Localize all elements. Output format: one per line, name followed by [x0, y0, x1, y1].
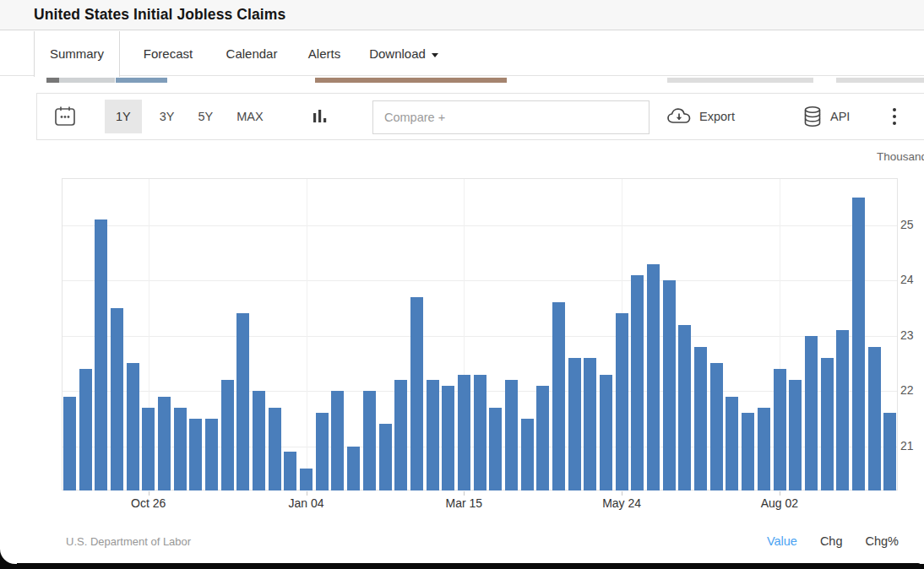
bar[interactable] [63, 397, 76, 490]
bar[interactable] [269, 408, 281, 490]
range-3y[interactable]: 3Y [149, 100, 186, 133]
database-icon [802, 105, 823, 128]
column-chart-icon [312, 107, 329, 126]
bar[interactable] [868, 347, 881, 490]
calendar-button[interactable] [53, 94, 77, 139]
bar[interactable] [883, 413, 896, 490]
bar[interactable] [774, 369, 786, 490]
x-axis-label: May 24 [592, 496, 651, 510]
tab-download[interactable]: Download [365, 31, 443, 76]
tab-alerts[interactable]: Alerts [301, 31, 348, 76]
x-axis-tick [464, 491, 465, 496]
bar[interactable] [758, 408, 770, 490]
compare-input[interactable] [372, 100, 650, 134]
preview-sliver [667, 78, 813, 83]
x-axis-tick [622, 491, 622, 496]
chart-type-button[interactable] [312, 94, 329, 139]
bar[interactable] [442, 386, 454, 490]
bar[interactable] [616, 313, 628, 490]
calendar-icon [53, 105, 77, 128]
bar[interactable] [742, 413, 754, 490]
x-axis-tick [307, 491, 307, 496]
bar[interactable] [253, 391, 265, 490]
page: United States Initial Jobless Claims Sum… [0, 0, 924, 569]
api-button[interactable]: API [802, 94, 850, 139]
bar[interactable] [852, 198, 865, 490]
x-axis-label: Mar 15 [434, 496, 493, 510]
bar[interactable] [379, 424, 392, 490]
preview-sliver [315, 78, 507, 83]
footer-link-value[interactable]: Value [767, 534, 797, 548]
bar[interactable] [79, 369, 92, 490]
bar[interactable] [505, 380, 518, 490]
bar[interactable] [205, 419, 218, 490]
more-options-button[interactable] [892, 94, 897, 139]
bar[interactable] [221, 380, 234, 490]
y-axis-label: 23 [900, 328, 924, 342]
y-axis-label: 24 [900, 273, 924, 286]
bar[interactable] [394, 380, 407, 490]
bar[interactable] [300, 469, 313, 490]
bar[interactable] [331, 391, 344, 490]
header: United States Initial Jobless Claims [0, 0, 924, 30]
preview-sliver [116, 78, 167, 83]
bar[interactable] [694, 347, 707, 490]
range-1y[interactable]: 1Y [105, 100, 142, 133]
bar[interactable] [789, 380, 802, 490]
bar[interactable] [363, 391, 376, 490]
bar[interactable] [584, 358, 596, 490]
bar[interactable] [521, 419, 534, 490]
bar[interactable] [284, 452, 296, 490]
bar[interactable] [189, 419, 202, 490]
bar[interactable] [805, 336, 818, 490]
bar[interactable] [678, 325, 691, 491]
bar[interactable] [663, 280, 676, 490]
footer-link-chg[interactable]: Chg [820, 534, 843, 548]
bar[interactable] [458, 375, 470, 491]
bar[interactable] [174, 408, 187, 490]
y-gridline [63, 336, 897, 337]
bar[interactable] [474, 375, 486, 491]
y-axis-label: 25 [900, 218, 924, 231]
bar[interactable] [600, 375, 612, 491]
bar[interactable] [427, 380, 439, 490]
bar[interactable] [158, 397, 171, 490]
bar[interactable] [95, 219, 107, 490]
bar[interactable] [552, 302, 565, 490]
tab-summary[interactable]: Summary [34, 31, 120, 77]
bar[interactable] [726, 397, 738, 490]
bar[interactable] [568, 358, 581, 490]
chart-toolbar: 1Y 3Y 5Y MAX Export [36, 93, 924, 140]
range-selector: 1Y 3Y 5Y MAX [105, 94, 274, 139]
bar[interactable] [142, 408, 155, 490]
bar[interactable] [489, 408, 502, 490]
bar[interactable] [410, 297, 423, 490]
bar[interactable] [236, 313, 249, 490]
range-max[interactable]: MAX [226, 100, 274, 133]
tab-calendar[interactable]: Calendar [216, 31, 287, 76]
tab-bar: Summary Forecast Calendar Alerts Downloa… [0, 31, 924, 76]
bar[interactable] [536, 386, 549, 490]
frame-bottom-bar [0, 563, 921, 569]
y-gridline [63, 280, 897, 281]
y-gridline [63, 225, 897, 226]
footer-link-chgpct[interactable]: Chg% [866, 534, 900, 548]
chevron-down-icon [432, 53, 438, 57]
x-gridline [307, 179, 307, 490]
bar[interactable] [710, 363, 723, 490]
bar[interactable] [347, 447, 360, 490]
bar[interactable] [821, 358, 834, 490]
bar[interactable] [127, 363, 139, 490]
footer-links: Value Chg Chg% [767, 534, 899, 548]
export-button[interactable]: Export [666, 94, 735, 139]
bar[interactable] [111, 308, 123, 490]
bar[interactable] [316, 413, 329, 490]
kebab-menu-icon [892, 106, 897, 127]
bar[interactable] [631, 275, 644, 490]
tab-forecast[interactable]: Forecast [135, 31, 201, 76]
x-axis-label: Aug 02 [750, 496, 809, 510]
preview-sliver [836, 78, 924, 83]
bar[interactable] [836, 330, 849, 490]
bar[interactable] [647, 264, 660, 491]
range-5y[interactable]: 5Y [188, 100, 225, 133]
